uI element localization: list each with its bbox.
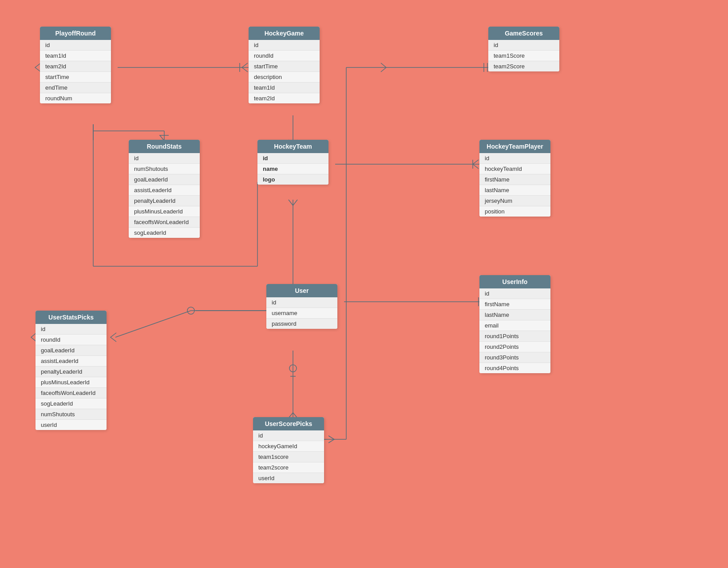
field-userscorepicks-team1score: team1score: [253, 452, 324, 462]
field-playoffround-id: id: [40, 40, 111, 51]
field-userscorepicks-team2score: team2score: [253, 462, 324, 473]
field-userstatspicks-assistleaderid: assistLeaderId: [36, 356, 107, 367]
field-userscorepicks-id: id: [253, 430, 324, 441]
field-hockeyteam-id: id: [257, 153, 328, 164]
entity-header-userscorepicks: UserScorePicks: [253, 417, 324, 430]
field-hockeyteamplayer-jerseynum: jerseyNum: [479, 196, 550, 206]
field-hockeyteamplayer-firstname: firstName: [479, 174, 550, 185]
field-hockeyteamplayer-lastname: lastName: [479, 185, 550, 196]
field-user-username: username: [266, 308, 337, 319]
entity-header-hockeyteamplayer: HockeyTeamPlayer: [479, 140, 550, 153]
field-userstatspicks-numshutouts: numShutouts: [36, 409, 107, 420]
field-playoffround-starttime: startTime: [40, 72, 111, 83]
field-gamescores-team1score: team1Score: [488, 51, 559, 61]
field-user-id: id: [266, 297, 337, 308]
field-playoffround-team1id: team1Id: [40, 51, 111, 61]
diagram-container: PlayoffRoundidteam1Idteam2IdstartTimeend…: [0, 0, 728, 568]
field-userinfo-round1points: round1Points: [479, 331, 550, 342]
field-userinfo-id: id: [479, 288, 550, 299]
svg-line-13: [115, 311, 191, 337]
field-hockeygame-team2id: team2Id: [249, 93, 320, 103]
field-userinfo-round2points: round2Points: [479, 342, 550, 352]
field-userstatspicks-userid: userId: [36, 420, 107, 430]
entity-header-hockeyteam: HockeyTeam: [257, 140, 328, 153]
entity-header-playoffround: PlayoffRound: [40, 27, 111, 40]
field-roundstats-goalleaderid: goalLeaderId: [129, 174, 200, 185]
field-hockeyteamplayer-id: id: [479, 153, 550, 164]
field-userstatspicks-penaltyleaderid: penaltyLeaderId: [36, 367, 107, 377]
entity-hockey-team: HockeyTeamidnamelogo: [257, 140, 328, 185]
field-playoffround-team2id: team2Id: [40, 61, 111, 72]
field-gamescores-id: id: [488, 40, 559, 51]
entity-header-userinfo: UserInfo: [479, 275, 550, 288]
entity-user-stats-picks: UserStatsPicksidroundIdgoalLeaderIdassis…: [36, 311, 107, 430]
entity-header-user: User: [266, 284, 337, 297]
entity-hockey-team-player: HockeyTeamPlayeridhockeyTeamIdfirstNamel…: [479, 140, 550, 217]
field-hockeyteamplayer-position: position: [479, 206, 550, 217]
field-userstatspicks-id: id: [36, 324, 107, 335]
field-hockeyteam-logo: logo: [257, 174, 328, 185]
field-userstatspicks-goalleaderid: goalLeaderId: [36, 345, 107, 356]
entity-user-score-picks: UserScorePicksidhockeyGameIdteam1scorete…: [253, 417, 324, 483]
field-playoffround-endtime: endTime: [40, 83, 111, 93]
field-playoffround-roundnum: roundNum: [40, 93, 111, 103]
field-userscorepicks-hockeygameid: hockeyGameId: [253, 441, 324, 452]
field-userinfo-firstname: firstName: [479, 299, 550, 310]
field-roundstats-faceoffswonleaderid: faceoffsWonLeaderId: [129, 217, 200, 228]
field-userscorepicks-userid: userId: [253, 473, 324, 483]
field-hockeyteam-name: name: [257, 164, 328, 174]
field-hockeygame-team1id: team1Id: [249, 83, 320, 93]
field-userstatspicks-plusminusleaderid: plusMinusLeaderId: [36, 377, 107, 388]
field-hockeygame-description: description: [249, 72, 320, 83]
field-hockeygame-roundid: roundId: [249, 51, 320, 61]
svg-point-27: [187, 307, 194, 314]
entity-user-info: UserInfoidfirstNamelastNameemailround1Po…: [479, 275, 550, 373]
entity-header-hockeygame: HockeyGame: [249, 27, 320, 40]
entity-user: Useridusernamepassword: [266, 284, 337, 329]
field-hockeygame-starttime: startTime: [249, 61, 320, 72]
field-userstatspicks-roundid: roundId: [36, 335, 107, 345]
entity-playoff-round: PlayoffRoundidteam1Idteam2IdstartTimeend…: [40, 27, 111, 103]
entity-game-scores: GameScoresidteam1Scoreteam2Score: [488, 27, 559, 71]
svg-point-25: [289, 365, 297, 372]
field-hockeyteamplayer-hockeyteamid: hockeyTeamId: [479, 164, 550, 174]
field-roundstats-penaltyleaderid: penaltyLeaderId: [129, 196, 200, 206]
field-roundstats-plusminusleaderid: plusMinusLeaderId: [129, 206, 200, 217]
field-hockeygame-id: id: [249, 40, 320, 51]
entity-round-stats: RoundStatsidnumShutoutsgoalLeaderIdassis…: [129, 140, 200, 238]
field-userstatspicks-faceoffswonleaderid: faceoffsWonLeaderId: [36, 388, 107, 398]
entity-header-userstatspicks: UserStatsPicks: [36, 311, 107, 324]
field-userinfo-lastname: lastName: [479, 310, 550, 320]
field-roundstats-assistleaderid: assistLeaderId: [129, 185, 200, 196]
field-userinfo-round3points: round3Points: [479, 352, 550, 363]
entity-hockey-game: HockeyGameidroundIdstartTimedescriptiont…: [249, 27, 320, 103]
field-userstatspicks-sogleaderid: sogLeaderId: [36, 398, 107, 409]
field-roundstats-id: id: [129, 153, 200, 164]
field-userinfo-email: email: [479, 320, 550, 331]
field-gamescores-team2score: team2Score: [488, 61, 559, 71]
field-roundstats-sogleaderid: sogLeaderId: [129, 228, 200, 238]
field-roundstats-numshutouts: numShutouts: [129, 164, 200, 174]
entity-header-gamescores: GameScores: [488, 27, 559, 40]
field-userinfo-round4points: round4Points: [479, 363, 550, 373]
entity-header-roundstats: RoundStats: [129, 140, 200, 153]
field-user-password: password: [266, 319, 337, 329]
